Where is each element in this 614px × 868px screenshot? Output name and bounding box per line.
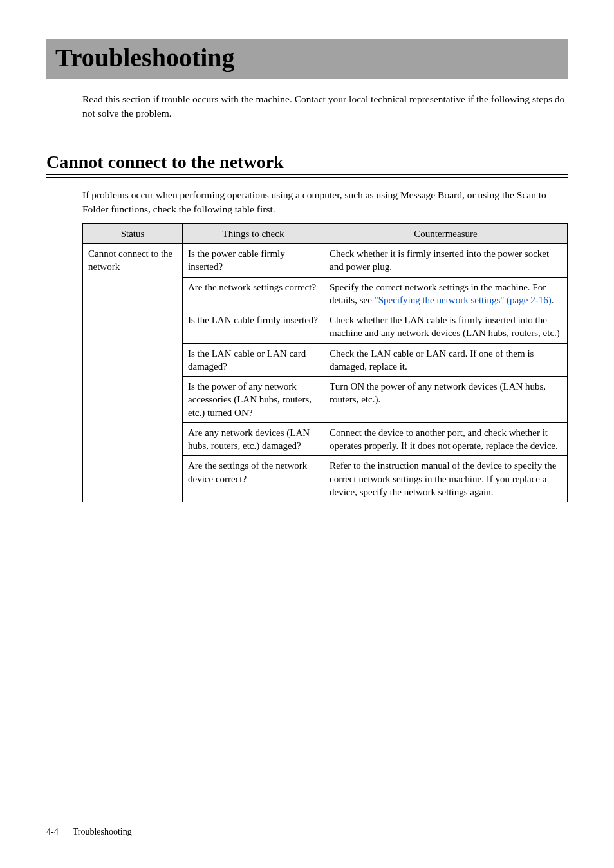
- header-status: Status: [83, 223, 183, 243]
- check-cell: Are the settings of the network device c…: [183, 456, 324, 502]
- spec-link[interactable]: "Specifying the network settings" (page …: [375, 295, 552, 305]
- title-bar: Troubleshooting: [46, 39, 568, 79]
- measure-cell: Specify the correct network settings in …: [324, 277, 568, 310]
- table-row: Cannot connect to the network Is the pow…: [83, 244, 568, 278]
- check-cell: Is the LAN cable firmly inserted?: [183, 310, 324, 344]
- check-cell: Are the network settings correct?: [183, 277, 324, 310]
- troubleshooting-table: Status Things to check Countermeasure Ca…: [82, 223, 568, 502]
- page-title: Troubleshooting: [55, 42, 559, 73]
- section-heading: Cannot connect to the network: [46, 152, 568, 173]
- intro-paragraph: Read this section if trouble occurs with…: [82, 92, 568, 121]
- measure-cell: Turn ON the power of any network devices…: [324, 377, 568, 423]
- header-check: Things to check: [183, 223, 324, 243]
- check-cell: Is the power cable firmly inserted?: [183, 244, 324, 278]
- measure-cell: Connect the device to another port, and …: [324, 422, 568, 456]
- header-measure: Countermeasure: [324, 223, 568, 243]
- page-number: 4-4: [46, 827, 59, 836]
- status-cell: Cannot connect to the network: [83, 244, 183, 502]
- measure-cell: Check whether it is firmly inserted into…: [324, 244, 568, 278]
- measure-cell: Check the LAN cable or LAN card. If one …: [324, 343, 568, 377]
- check-cell: Are any network devices (LAN hubs, route…: [183, 422, 324, 456]
- measure-cell: Check whether the LAN cable is firmly in…: [324, 310, 568, 344]
- section-intro: If problems occur when performing operat…: [82, 188, 568, 217]
- check-cell: Is the power of any network accessories …: [183, 377, 324, 423]
- section-rule: [46, 174, 568, 178]
- page-footer: 4-4Troubleshooting: [46, 824, 568, 837]
- footer-section: Troubleshooting: [73, 827, 132, 836]
- measure-cell: Refer to the instruction manual of the d…: [324, 456, 568, 502]
- check-cell: Is the LAN cable or LAN card damaged?: [183, 343, 324, 377]
